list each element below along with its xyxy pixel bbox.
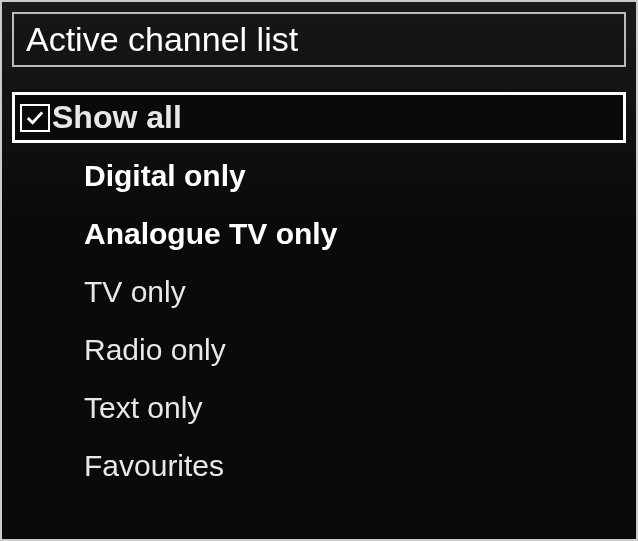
- list-item-text-only[interactable]: Text only: [12, 385, 626, 431]
- checkmark-icon: [25, 110, 45, 126]
- list-item-label: Analogue TV only: [84, 217, 337, 251]
- list-item-radio-only[interactable]: Radio only: [12, 327, 626, 373]
- list-item-label: Favourites: [84, 449, 224, 483]
- list-item-label: Show all: [52, 99, 182, 136]
- list-item-tv-only[interactable]: TV only: [12, 269, 626, 315]
- title-bar: Active channel list: [12, 12, 626, 67]
- list-item-analogue-tv-only[interactable]: Analogue TV only: [12, 211, 626, 257]
- list-item-digital-only[interactable]: Digital only: [12, 153, 626, 199]
- list-item-label: TV only: [84, 275, 186, 309]
- checkbox-icon: [20, 104, 50, 132]
- list-item-label: Text only: [84, 391, 202, 425]
- channel-list: Show all Digital only Analogue TV only T…: [12, 92, 626, 489]
- list-item-label: Digital only: [84, 159, 246, 193]
- channel-list-panel: Active channel list Show all Digital onl…: [0, 0, 638, 541]
- list-item-show-all[interactable]: Show all: [12, 92, 626, 143]
- page-title: Active channel list: [26, 20, 612, 59]
- list-item-label: Radio only: [84, 333, 226, 367]
- list-item-favourites[interactable]: Favourites: [12, 443, 626, 489]
